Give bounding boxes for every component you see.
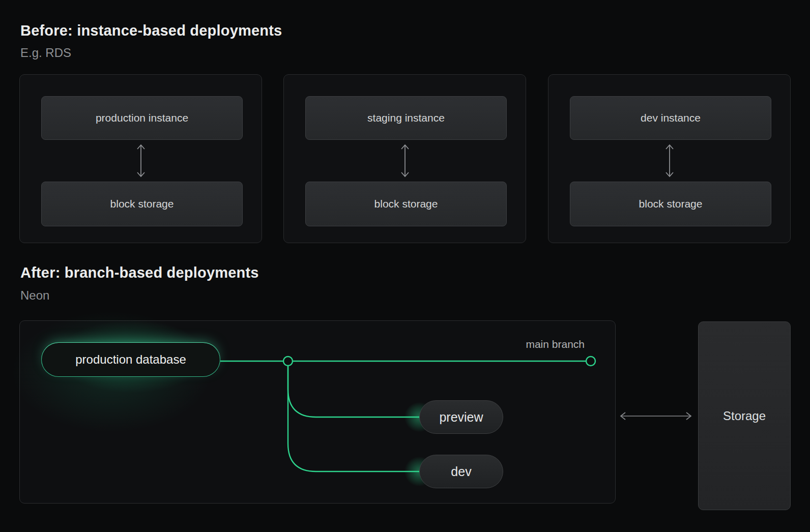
page: Before: instance-based deployments E.g. … bbox=[0, 0, 810, 532]
block-storage-box: block storage bbox=[305, 182, 507, 226]
horizontal-double-arrow-icon bbox=[616, 410, 696, 422]
before-card-dev: dev instance block storage bbox=[548, 74, 791, 243]
after-panel: main branch production database preview … bbox=[19, 320, 616, 504]
block-storage-box: block storage bbox=[570, 182, 771, 226]
preview-branch-label: preview bbox=[439, 410, 483, 425]
storage-label: Storage bbox=[723, 409, 766, 423]
before-section-subtitle: E.g. RDS bbox=[20, 46, 71, 60]
branch-point-node bbox=[283, 357, 293, 366]
before-card-staging: staging instance block storage bbox=[283, 74, 526, 243]
dev-branch-label: dev bbox=[451, 464, 471, 479]
main-branch-end-node bbox=[586, 357, 595, 366]
instance-box: staging instance bbox=[305, 96, 507, 140]
preview-branch-line bbox=[288, 361, 420, 417]
vertical-double-arrow-icon bbox=[135, 143, 147, 179]
vertical-double-arrow-icon bbox=[399, 143, 411, 179]
main-branch-label: main branch bbox=[376, 338, 585, 350]
vertical-double-arrow-icon bbox=[663, 143, 676, 179]
preview-branch-pill: preview bbox=[419, 400, 503, 434]
before-section-title: Before: instance-based deployments bbox=[20, 22, 282, 39]
after-section-title: After: branch-based deployments bbox=[20, 264, 259, 281]
after-section-subtitle: Neon bbox=[20, 288, 49, 303]
dev-branch-pill: dev bbox=[419, 455, 503, 488]
production-database-label: production database bbox=[75, 352, 186, 367]
block-storage-box: block storage bbox=[41, 182, 243, 226]
instance-box: production instance bbox=[41, 96, 243, 140]
instance-box: dev instance bbox=[570, 96, 771, 140]
production-database-pill: production database bbox=[41, 342, 220, 377]
before-card-production: production instance block storage bbox=[19, 74, 262, 243]
storage-box: Storage bbox=[698, 321, 791, 510]
